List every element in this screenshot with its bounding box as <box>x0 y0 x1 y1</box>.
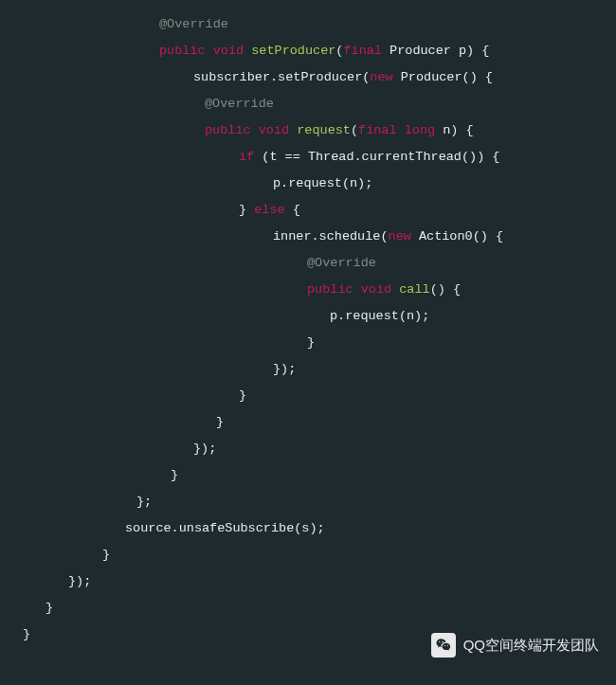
code-line: } <box>0 409 616 436</box>
wechat-icon <box>431 633 456 658</box>
code-line: }); <box>0 568 616 595</box>
code-line: }); <box>0 356 616 383</box>
code-line: @Override <box>0 91 616 117</box>
code-line: if (t == Thread.currentThread()) { <box>0 144 616 171</box>
code-line: inner.schedule(new Action0() { <box>0 224 616 250</box>
code-line: public void request(final long n) { <box>0 117 616 144</box>
code-line: p.request(n); <box>0 303 616 330</box>
code-line: subscriber.setProducer(new Producer() { <box>0 64 616 91</box>
code-line: } <box>0 383 616 409</box>
code-line: p.request(n); <box>0 171 616 197</box>
code-line: } else { <box>0 197 616 224</box>
code-line: } <box>0 542 616 568</box>
code-line: source.unsafeSubscribe(s); <box>0 515 616 542</box>
code-block: @Overridepublic void setProducer(final P… <box>0 0 616 648</box>
code-line: } <box>0 462 616 489</box>
code-line: @Override <box>0 250 616 277</box>
code-line: public void call() { <box>0 277 616 303</box>
code-line: }; <box>0 489 616 515</box>
code-line: } <box>0 595 616 622</box>
watermark: QQ空间终端开发团队 <box>431 632 599 658</box>
code-line: } <box>0 330 616 356</box>
code-line: }); <box>0 436 616 462</box>
code-line: @Override <box>0 11 616 38</box>
watermark-text: QQ空间终端开发团队 <box>463 632 599 658</box>
code-line: public void setProducer(final Producer p… <box>0 38 616 64</box>
